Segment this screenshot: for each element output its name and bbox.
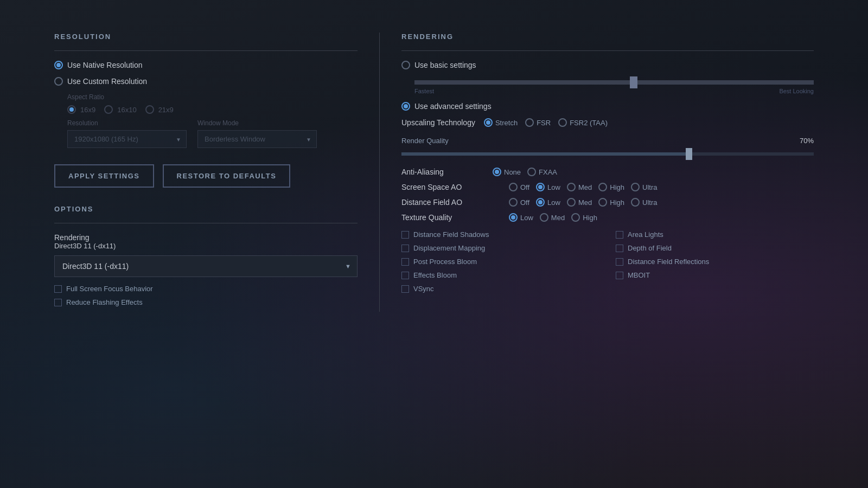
aspect-16x9-radio[interactable] [67, 105, 76, 114]
use-custom-resolution-group[interactable]: Use Custom Resolution [54, 77, 358, 86]
ssao-low-radio[interactable] [536, 183, 545, 191]
effects-bloom-item[interactable]: Effects Bloom [401, 271, 599, 279]
use-native-resolution-group[interactable]: Use Native Resolution [54, 61, 358, 69]
rendering-dropdown-wrapper[interactable]: Direct3D 11 (-dx11) [54, 255, 358, 277]
upscaling-fsr2-radio[interactable] [558, 118, 567, 127]
upscaling-stretch-radio[interactable] [484, 118, 493, 127]
mboit-checkbox[interactable] [616, 272, 623, 279]
upscaling-stretch-option[interactable]: Stretch [484, 118, 518, 127]
dfao-low-option[interactable]: Low [536, 198, 560, 207]
dfao-low-radio[interactable] [536, 198, 545, 207]
resolution-sub-options: Aspect Ratio 16x9 16x10 21x9 [67, 93, 358, 148]
tq-low-option[interactable]: Low [509, 213, 533, 222]
fullscreen-focus-checkbox[interactable] [54, 285, 62, 293]
tq-med-option[interactable]: Med [540, 213, 565, 222]
dfao-off-option[interactable]: Off [509, 198, 529, 207]
aspect-16x9-group[interactable]: 16x9 [67, 105, 95, 114]
upscaling-fsr-radio[interactable] [525, 118, 534, 127]
screen-space-ao-row: Screen Space AO Off Low Med High [401, 183, 814, 191]
use-basic-settings-group[interactable]: Use basic settings [401, 61, 814, 69]
dfao-ultra-option[interactable]: Ultra [631, 198, 657, 207]
apply-settings-button[interactable]: APPLY SETTINGS [54, 164, 154, 188]
dfao-med-option[interactable]: Med [567, 198, 592, 207]
rendering-value: Direct3D 11 (-dx11) [54, 242, 358, 250]
ssao-high-label: High [610, 183, 624, 191]
use-custom-resolution-label: Use Custom Resolution [67, 77, 147, 86]
fullscreen-focus-row[interactable]: Full Screen Focus Behavior [54, 285, 358, 293]
aspect-21x9-group[interactable]: 21x9 [145, 105, 174, 114]
dist-field-shadows-item[interactable]: Distance Field Shadows [401, 230, 599, 239]
dfao-high-option[interactable]: High [598, 198, 624, 207]
dfao-off-radio[interactable] [509, 198, 518, 207]
dist-field-reflections-item[interactable]: Distance Field Reflections [616, 258, 814, 266]
area-lights-checkbox[interactable] [616, 231, 623, 239]
aa-fxaa-radio[interactable] [527, 168, 536, 176]
tq-high-radio[interactable] [571, 213, 580, 222]
dist-field-reflections-label: Distance Field Reflections [628, 258, 709, 266]
upscaling-fsr2-option[interactable]: FSR2 (TAA) [558, 118, 608, 127]
reduce-flashing-label: Reduce Flashing Effects [66, 298, 143, 306]
ssao-low-option[interactable]: Low [536, 183, 560, 191]
displacement-mapping-checkbox[interactable] [401, 245, 409, 252]
use-advanced-settings-group[interactable]: Use advanced settings [401, 102, 814, 111]
aspect-21x9-radio[interactable] [145, 105, 154, 114]
resolution-dropdown-group: Resolution 1920x1080 (165 Hz) [67, 119, 187, 148]
post-process-bloom-checkbox[interactable] [401, 258, 409, 266]
post-process-bloom-item[interactable]: Post Process Bloom [401, 258, 599, 266]
rendering-select[interactable]: Direct3D 11 (-dx11) [54, 255, 358, 277]
ssao-high-option[interactable]: High [598, 183, 624, 191]
render-quality-slider[interactable] [401, 152, 814, 156]
dist-field-shadows-checkbox[interactable] [401, 231, 409, 239]
basic-quality-slider[interactable] [414, 80, 814, 85]
ssao-off-radio[interactable] [509, 183, 518, 191]
use-native-resolution-radio[interactable] [54, 61, 63, 69]
ssao-ultra-label: Ultra [642, 183, 657, 191]
ssao-off-label: Off [520, 183, 529, 191]
effects-bloom-checkbox[interactable] [401, 272, 409, 279]
aa-none-option[interactable]: None [493, 168, 521, 176]
displacement-mapping-item[interactable]: Displacement Mapping [401, 244, 599, 252]
use-custom-resolution-radio[interactable] [54, 77, 63, 86]
ssao-off-option[interactable]: Off [509, 183, 529, 191]
ssao-med-radio[interactable] [567, 183, 576, 191]
right-panel: RENDERING Use basic settings Fastest Bes… [380, 33, 814, 312]
use-native-resolution-label: Use Native Resolution [67, 61, 143, 69]
mboit-item[interactable]: MBOIT [616, 271, 814, 279]
ssao-ultra-option[interactable]: Ultra [631, 183, 657, 191]
tq-high-option[interactable]: High [571, 213, 597, 222]
dfao-high-radio[interactable] [598, 198, 607, 207]
aspect-16x10-group[interactable]: 16x10 [104, 105, 136, 114]
tq-med-radio[interactable] [540, 213, 548, 222]
restore-defaults-button[interactable]: RESTORE TO DEFAULTS [163, 164, 291, 188]
use-advanced-settings-radio[interactable] [401, 102, 410, 111]
dropdowns-row: Resolution 1920x1080 (165 Hz) Window Mod… [67, 119, 358, 148]
window-mode-select[interactable]: Borderless Window [197, 130, 317, 148]
dfao-med-radio[interactable] [567, 198, 576, 207]
distance-field-ao-row: Distance Field AO Off Low Med High [401, 198, 814, 207]
resolution-dropdown-wrapper[interactable]: 1920x1080 (165 Hz) [67, 130, 187, 148]
aspect-16x10-radio[interactable] [104, 105, 113, 114]
tq-low-radio[interactable] [509, 213, 518, 222]
vsync-row[interactable]: VSync [401, 285, 814, 293]
use-advanced-settings-option: Use advanced settings Upscaling Technolo… [401, 102, 814, 293]
area-lights-item[interactable]: Area Lights [616, 230, 814, 239]
render-quality-label: Render Quality [401, 137, 449, 145]
upscaling-fsr-option[interactable]: FSR [525, 118, 551, 127]
depth-of-field-checkbox[interactable] [616, 245, 623, 252]
resolution-select[interactable]: 1920x1080 (165 Hz) [67, 130, 187, 148]
aa-fxaa-option[interactable]: FXAA [527, 168, 557, 176]
dist-field-reflections-checkbox[interactable] [616, 258, 623, 266]
reduce-flashing-row[interactable]: Reduce Flashing Effects [54, 298, 358, 306]
use-basic-settings-radio[interactable] [401, 61, 410, 69]
ssao-med-option[interactable]: Med [567, 183, 592, 191]
resolution-section: RESOLUTION Use Native Resolution Use Cus… [54, 33, 358, 188]
ssao-ultra-radio[interactable] [631, 183, 640, 191]
dfao-ultra-radio[interactable] [631, 198, 640, 207]
depth-of-field-item[interactable]: Depth of Field [616, 244, 814, 252]
vsync-checkbox[interactable] [401, 285, 409, 293]
window-mode-dropdown-wrapper[interactable]: Borderless Window [197, 130, 317, 148]
reduce-flashing-checkbox[interactable] [54, 299, 62, 306]
aa-none-radio[interactable] [493, 168, 501, 176]
area-lights-label: Area Lights [628, 230, 663, 239]
ssao-high-radio[interactable] [598, 183, 607, 191]
